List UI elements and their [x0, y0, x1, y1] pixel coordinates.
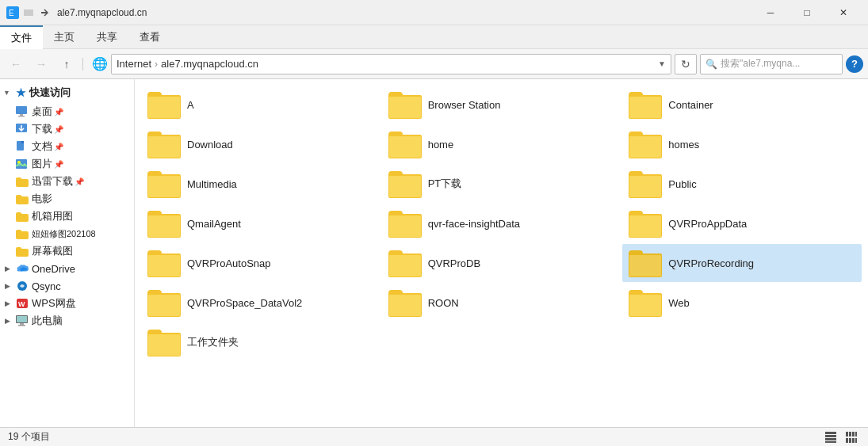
list-view-button[interactable]	[822, 429, 839, 445]
file-item-public[interactable]: Public	[622, 165, 862, 203]
file-item-pt-download[interactable]: PT下载	[382, 165, 621, 203]
sidebar-item-label: 图片	[32, 157, 52, 171]
svg-rect-25	[849, 432, 851, 436]
file-item-qvr-app[interactable]: QVRProAppData	[622, 204, 862, 242]
svg-rect-21	[825, 435, 836, 437]
folder-icon	[16, 228, 29, 239]
sidebar-item-label: 文档	[32, 139, 52, 154]
sidebar-item-label: WPS网盘	[32, 296, 76, 311]
window-title: ale7.myqnapcloud.cn	[57, 7, 752, 18]
quick-access-label: 快速访问	[29, 86, 71, 100]
pin-icon: 📌	[75, 177, 84, 186]
sidebar-item-onedrive[interactable]: ▶ OneDrive	[0, 260, 134, 277]
sidebar-item-downloads[interactable]: 下载 📌	[0, 120, 134, 138]
title-bar-icons: E	[6, 6, 51, 19]
sidebar-item-screenshot[interactable]: 屏幕截图	[0, 242, 134, 260]
sidebar-item-movies[interactable]: 电影	[0, 190, 134, 208]
star-icon: ★	[16, 86, 26, 99]
folder-icon	[147, 170, 181, 198]
svg-text:E: E	[9, 9, 14, 17]
address-current-path: ale7.myqnapcloud.cn	[161, 58, 258, 70]
file-item-qvr-autosnap[interactable]: QVRProAutoSnap	[141, 244, 380, 282]
svg-rect-22	[825, 438, 836, 440]
content-area: A Browser Station Container	[135, 79, 868, 427]
desktop-icon	[16, 106, 29, 117]
file-item-a[interactable]: A	[141, 86, 380, 124]
menu-tab-home[interactable]: 主页	[43, 25, 86, 49]
svg-rect-31	[855, 438, 857, 443]
file-name: Public	[668, 178, 696, 190]
file-grid: A Browser Station Container	[135, 79, 868, 427]
file-item-multimedia[interactable]: Multimedia	[141, 165, 380, 203]
document-icon	[16, 141, 29, 152]
address-bar[interactable]: Internet › ale7.myqnapcloud.cn ▼	[111, 54, 671, 74]
file-item-download[interactable]: Download	[141, 125, 380, 163]
minimize-button[interactable]: ─	[752, 0, 789, 25]
file-item-container[interactable]: Container	[622, 86, 862, 124]
title-controls: ─ □ ✕	[752, 0, 862, 25]
help-button[interactable]: ?	[846, 55, 863, 73]
expand-icon: ▶	[5, 282, 14, 290]
file-item-browser-station[interactable]: Browser Station	[382, 86, 621, 124]
file-name: QVRProDB	[428, 257, 480, 269]
folder-icon	[629, 90, 662, 119]
detail-view-button[interactable]	[843, 429, 860, 445]
file-item-home[interactable]: home	[382, 125, 621, 163]
maximize-button[interactable]: □	[789, 0, 825, 25]
sidebar-item-label: 妞妞修图202108	[32, 228, 96, 240]
file-item-work-folder[interactable]: 工作文件夹	[141, 323, 380, 361]
file-name: QVRProAppData	[668, 218, 747, 230]
menu-tab-share[interactable]: 共享	[86, 25, 128, 49]
folder-icon	[629, 209, 662, 238]
wps-icon: W	[16, 298, 29, 309]
back-button[interactable]: ←	[5, 53, 27, 75]
expand-icon: ▾	[5, 89, 14, 97]
svg-rect-17	[17, 316, 27, 322]
file-item-qvr-face[interactable]: qvr-face-insightData	[382, 204, 621, 242]
up-button[interactable]: ↑	[55, 53, 78, 75]
sidebar-item-thispc[interactable]: ▶ 此电脑	[0, 312, 134, 330]
folder-icon	[147, 90, 181, 119]
file-item-qmailagent[interactable]: QmailAgent	[141, 204, 380, 242]
menu-tab-file[interactable]: 文件	[0, 25, 43, 49]
file-item-web[interactable]: Web	[622, 284, 862, 322]
file-item-qvr-space[interactable]: QVRProSpace_DataVol2	[141, 284, 380, 322]
file-item-homes[interactable]: homes	[622, 125, 862, 163]
quick-access-header[interactable]: ▾ ★ 快速访问	[0, 82, 134, 103]
folder-icon	[388, 209, 422, 238]
folder-icon	[629, 130, 662, 158]
title-bar: E ale7.myqnapcloud.cn ─ □ ✕	[0, 0, 868, 25]
file-item-qvr-db[interactable]: QVRProDB	[382, 244, 621, 282]
svg-rect-7	[18, 116, 25, 117]
qsync-icon	[16, 280, 29, 292]
pin-icon: 📌	[54, 143, 63, 151]
sidebar-item-wps[interactable]: ▶ W WPS网盘	[0, 295, 134, 312]
search-box[interactable]: 🔍 搜索"ale7.myqna...	[700, 54, 843, 74]
search-placeholder: 搜索"ale7.myqna...	[721, 57, 800, 71]
expand-icon: ▶	[5, 317, 14, 325]
main-layout: ▾ ★ 快速访问 桌面 📌 下载 📌 文档 📌	[0, 79, 868, 427]
sidebar-item-box[interactable]: 机箱用图	[0, 208, 134, 225]
address-dropdown-icon[interactable]: ▼	[658, 59, 666, 68]
sidebar-item-documents[interactable]: 文档 📌	[0, 138, 134, 155]
sidebar-item-qsync[interactable]: ▶ Qsync	[0, 277, 134, 295]
svg-rect-6	[20, 114, 23, 116]
file-item-roon[interactable]: ROON	[382, 284, 621, 322]
file-item-qvr-recording[interactable]: QVRProRecording	[622, 244, 862, 282]
sidebar-item-wedding[interactable]: 妞妞修图202108	[0, 225, 134, 242]
sidebar: ▾ ★ 快速访问 桌面 📌 下载 📌 文档 📌	[0, 79, 135, 427]
file-name: QVRProRecording	[668, 257, 754, 269]
folder-icon	[388, 170, 422, 198]
sidebar-item-desktop[interactable]: 桌面 📌	[0, 103, 134, 120]
close-button[interactable]: ✕	[825, 0, 862, 25]
svg-rect-30	[852, 438, 855, 443]
menu-bar: 文件 主页 共享 查看	[0, 25, 868, 49]
forward-button[interactable]: →	[30, 53, 52, 75]
sidebar-item-thunder[interactable]: 迅雷下载 📌	[0, 173, 134, 190]
sidebar-item-label: 机箱用图	[32, 209, 73, 223]
folder-icon	[388, 249, 422, 277]
address-crumb-internet: Internet	[117, 58, 151, 70]
refresh-button[interactable]: ↻	[675, 54, 697, 74]
sidebar-item-pictures[interactable]: 图片 📌	[0, 155, 134, 173]
menu-tab-view[interactable]: 查看	[128, 25, 171, 49]
